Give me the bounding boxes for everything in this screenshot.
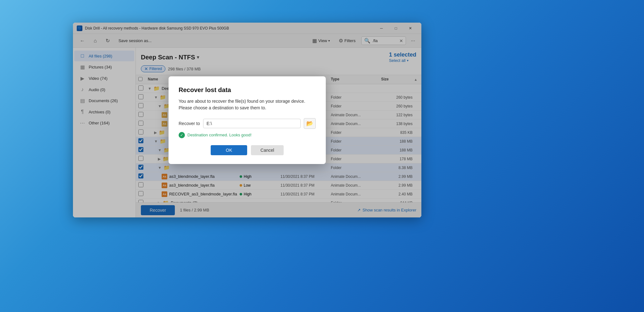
destination-input[interactable] <box>203 119 301 128</box>
dialog-overlay: Recover lost data You are about to recov… <box>73 23 421 217</box>
browse-button[interactable]: 📂 <box>304 118 316 129</box>
destination-confirmed: ✓ Destination confirmed. Looks good! <box>179 132 316 138</box>
cancel-button[interactable]: Cancel <box>251 145 284 155</box>
confirm-message: Destination confirmed. Looks good! <box>187 133 252 137</box>
dialog-title: Recover lost data <box>179 86 316 94</box>
recover-dialog: Recover lost data You are about to recov… <box>169 76 326 164</box>
dialog-body: You are about to recover the file(s) fou… <box>179 98 316 111</box>
recover-to-label: Recover to <box>179 121 200 126</box>
folder-open-icon: 📂 <box>306 120 313 127</box>
recover-to-field: Recover to 📂 <box>179 118 316 129</box>
ok-button[interactable]: OK <box>211 145 247 155</box>
dialog-actions: OK Cancel <box>179 145 316 155</box>
check-icon: ✓ <box>179 132 185 138</box>
